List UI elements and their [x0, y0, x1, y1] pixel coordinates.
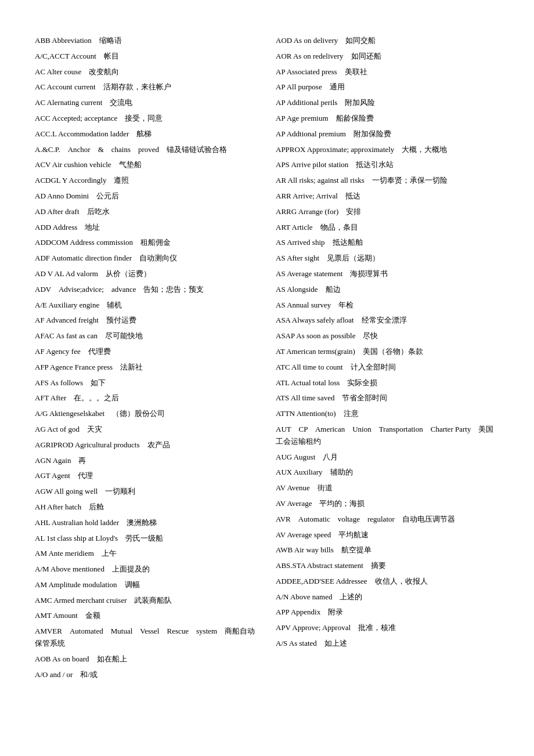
- list-item: AV Average 平均的；海损: [276, 498, 499, 510]
- list-item: ARRG Arrange (for) 安排: [276, 206, 499, 218]
- list-item: AVR Automatic voltage regulator 自动电压调节器: [276, 513, 499, 526]
- list-item: AD V AL Ad valorm 从价（运费）: [35, 268, 258, 280]
- list-item: ACC Accepted; acceptance 接受，同意: [35, 113, 258, 125]
- list-item: AGW All going well 一切顺利: [35, 486, 258, 498]
- list-item: AG Act of god 天灾: [35, 424, 258, 436]
- list-item: ART Article 物品，条目: [276, 222, 499, 234]
- list-item: AL 1st class ship at Lloyd's 劳氏一级船: [35, 533, 258, 545]
- list-item: A/O and / or 和/或: [35, 669, 258, 681]
- list-item: ADV Advise;advice; advance 告知；忠告；预支: [35, 284, 258, 296]
- list-item: ASAP As soon as possible 尽快: [276, 330, 499, 342]
- list-item: ADD Address 地址: [35, 222, 258, 234]
- list-item: AV Average speed 平均航速: [276, 529, 499, 541]
- list-item: AFAC As fast as can 尽可能快地: [35, 330, 258, 342]
- list-item: AMVER Automated Mutual Vessel Rescue sys…: [35, 625, 258, 650]
- list-item: ACV Air cushion vehicle 气垫船: [35, 159, 258, 171]
- list-item: APPROX Approximate; approximately 大概，大概地: [276, 144, 499, 156]
- list-item: APP Appendix 附录: [276, 606, 499, 618]
- list-item: AGT Agent 代理: [35, 470, 258, 482]
- list-item: APV Approve; Approval 批准，核准: [276, 622, 499, 634]
- list-item: ADDEE,ADD'SEE Addressee 收信人，收报人: [276, 576, 499, 588]
- left-column: ABB Abbreviation 缩略语A/C,ACCT Account 帐目A…: [35, 35, 258, 681]
- list-item: AF Advanced freight 预付运费: [35, 314, 258, 327]
- main-content: ABB Abbreviation 缩略语A/C,ACCT Account 帐目A…: [35, 35, 499, 681]
- list-item: A/S As stated 如上述: [276, 638, 499, 650]
- list-item: AUG August 八月: [276, 451, 499, 464]
- list-item: ASA Always safely afloat 经常安全漂浮: [276, 314, 499, 327]
- list-item: ATTN Attention(to) 注意: [276, 408, 499, 420]
- list-item: ABS.STA Abstract statement 摘要: [276, 560, 499, 572]
- list-item: A/E Auxiliary engine 辅机: [35, 299, 258, 312]
- list-item: AOB As on board 如在船上: [35, 653, 258, 665]
- list-item: AP Additional perils 附加风险: [276, 97, 499, 109]
- list-item: AS After sight 见票后（远期）: [276, 252, 499, 265]
- list-item: AS Alongside 船边: [276, 284, 499, 296]
- list-item: ACC.L Accommodation ladder 舷梯: [35, 128, 258, 140]
- list-item: AP Age premium 船龄保险费: [276, 113, 499, 125]
- list-item: AD Anno Domini 公元后: [35, 190, 258, 202]
- list-item: AMC Armed merchant cruiser 武装商船队: [35, 595, 258, 607]
- list-item: AMT Amount 金额: [35, 610, 258, 622]
- list-item: ADDCOM Address commission 租船佣金: [35, 237, 258, 249]
- list-item: AM Ante meridiem 上午: [35, 548, 258, 560]
- list-item: A.&C.P. Anchor & chains proved 锚及锚链试验合格: [35, 144, 258, 156]
- list-item: ATS All time saved 节省全部时间: [276, 392, 499, 404]
- list-item: AWB Air way bills 航空提单: [276, 544, 499, 556]
- list-item: ARR Arrive; Arrival 抵达: [276, 190, 499, 202]
- list-item: ABB Abbreviation 缩略语: [35, 35, 258, 47]
- list-item: AC Account current 活期存款，来往帐户: [35, 81, 258, 93]
- list-item: A/G Aktiengeselskabet （德）股份公司: [35, 408, 258, 420]
- list-item: AP All purpose 通用: [276, 81, 499, 93]
- list-item: AC Alernating current 交流电: [35, 97, 258, 109]
- list-item: AC Alter couse 改变航向: [35, 66, 258, 78]
- list-item: ATC All time to count 计入全部时间: [276, 361, 499, 374]
- list-item: AHL Australian hold ladder 澳洲舱梯: [35, 517, 258, 529]
- list-item: AOD As on delivery 如同交船: [276, 35, 499, 47]
- right-column: AOD As on delivery 如同交船AOR As on redeliv…: [276, 35, 499, 681]
- list-item: AM Amplitude modulation 调幅: [35, 579, 258, 591]
- list-item: AS Arrived ship 抵达船舶: [276, 237, 499, 249]
- list-item: AS Annual survey 年检: [276, 299, 499, 312]
- list-item: AFS As follows 如下: [35, 377, 258, 389]
- list-item: AOR As on redelivery 如同还船: [276, 50, 499, 63]
- list-item: APS Arrive pilot station 抵达引水站: [276, 159, 499, 171]
- list-item: A/N Above named 上述的: [276, 591, 499, 603]
- list-item: ATL Actual total loss 实际全损: [276, 377, 499, 389]
- list-item: AGRIPROD Agricultural products 农产品: [35, 439, 258, 451]
- list-item: AR All risks; against all risks 一切奉贤；承保一…: [276, 175, 499, 187]
- list-item: AV Avenue 街道: [276, 482, 499, 494]
- list-item: A/C,ACCT Account 帐目: [35, 50, 258, 63]
- list-item: AD After draft 后吃水: [35, 206, 258, 218]
- list-item: AP Addtional premium 附加保险费: [276, 128, 499, 140]
- list-item: ACDGL Y Accordingly 遵照: [35, 175, 258, 187]
- list-item: ADF Automatic direction finder 自动测向仪: [35, 252, 258, 265]
- list-item: AH After hatch 后舱: [35, 501, 258, 513]
- list-item: AFT After 在。。。之后: [35, 392, 258, 404]
- list-item: AFP Agence France press 法新社: [35, 361, 258, 374]
- list-item: AUT CP American Union Transportation Cha…: [276, 424, 499, 448]
- list-item: AF Agency fee 代理费: [35, 346, 258, 358]
- list-item: A/M Above mentioned 上面提及的: [35, 563, 258, 576]
- list-item: AT American terms(grain) 美国（谷物）条款: [276, 346, 499, 358]
- list-item: AS Average statement 海损理算书: [276, 268, 499, 280]
- list-item: AUX Auxiliary 辅助的: [276, 466, 499, 479]
- list-item: AGN Again 再: [35, 455, 258, 467]
- list-item: AP Associated press 美联社: [276, 66, 499, 78]
